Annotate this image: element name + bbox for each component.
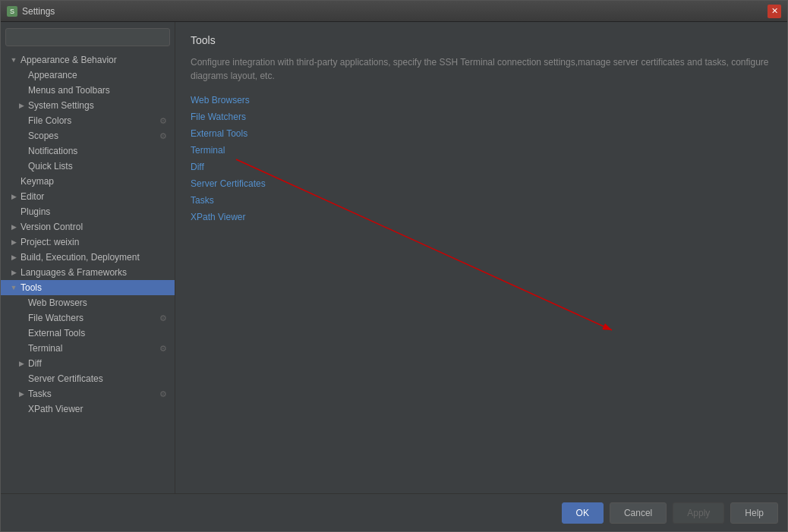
sidebar-label-web-browsers: Web Browsers	[28, 297, 87, 308]
sidebar-item-menus-toolbars[interactable]: Menus and Toolbars	[1, 83, 175, 98]
sidebar-item-editor[interactable]: ▶Editor	[1, 189, 175, 204]
sidebar-label-version-control: Version Control	[20, 222, 83, 232]
sidebar-label-languages-frameworks: Languages & Frameworks	[20, 267, 127, 278]
settings-icon-tasks: ⚙	[158, 389, 169, 399]
cancel-button[interactable]: Cancel	[610, 502, 667, 524]
sidebar-item-version-control[interactable]: ▶Version Control	[1, 219, 175, 235]
close-button[interactable]: ✕	[768, 5, 781, 18]
expand-arrow-languages-frameworks: ▶	[10, 269, 17, 276]
settings-window: S Settings ✕ ▼Appearance & BehaviorAppea…	[0, 0, 788, 532]
sidebar-item-terminal[interactable]: Terminal⚙	[1, 341, 175, 356]
expand-arrow-tasks: ▶	[17, 390, 25, 398]
sidebar-label-quick-lists: Quick Lists	[28, 161, 73, 172]
app-icon: S	[7, 6, 17, 17]
expand-arrow-editor: ▶	[10, 193, 17, 200]
apply-button[interactable]: Apply	[673, 502, 724, 524]
sidebar-item-file-watchers[interactable]: File Watchers⚙	[1, 310, 175, 326]
bottom-bar: OK Cancel Apply Help	[1, 493, 787, 531]
sidebar-item-quick-lists[interactable]: Quick Lists	[1, 159, 175, 174]
sidebar-item-build-execution[interactable]: ▶Build, Execution, Deployment	[1, 250, 175, 265]
sidebar-label-plugins: Plugins	[20, 206, 50, 217]
sidebar: ▼Appearance & BehaviorAppearanceMenus an…	[1, 22, 175, 493]
sidebar-item-external-tools[interactable]: External Tools	[1, 326, 175, 341]
expand-arrow-tools: ▼	[10, 284, 17, 291]
sidebar-item-system-settings[interactable]: ▶System Settings	[1, 98, 175, 113]
panel-description: Configure integration with third-party a…	[191, 55, 772, 83]
tasks-link[interactable]: Tasks	[191, 195, 772, 206]
sidebar-label-menus-toolbars: Menus and Toolbars	[28, 85, 110, 96]
search-input[interactable]	[5, 28, 170, 46]
sidebar-items-container: ▼Appearance & BehaviorAppearanceMenus an…	[1, 52, 175, 417]
terminal-link[interactable]: Terminal	[191, 145, 772, 156]
main-links-container: Web BrowsersFile WatchersExternal ToolsT…	[191, 95, 772, 222]
expand-arrow-build-execution: ▶	[10, 253, 17, 261]
xpath-viewer-link[interactable]: XPath Viewer	[191, 212, 772, 222]
sidebar-item-tools[interactable]: ▼Tools	[1, 280, 175, 295]
sidebar-label-terminal: Terminal	[28, 343, 62, 354]
sidebar-item-appearance[interactable]: Appearance	[1, 68, 175, 83]
panel-title: Tools	[191, 34, 772, 46]
sidebar-item-appearance-behavior[interactable]: ▼Appearance & Behavior	[1, 52, 175, 68]
web-browsers-link[interactable]: Web Browsers	[191, 95, 772, 105]
sidebar-item-xpath-viewer[interactable]: XPath Viewer	[1, 401, 175, 417]
sidebar-label-file-colors: File Colors	[28, 115, 71, 126]
sidebar-label-project-weixin: Project: weixin	[20, 237, 79, 247]
settings-icon-file-colors: ⚙	[158, 115, 169, 126]
sidebar-label-keymap: Keymap	[20, 176, 54, 187]
sidebar-label-editor: Editor	[20, 191, 44, 202]
sidebar-label-scopes: Scopes	[28, 131, 58, 141]
sidebar-label-xpath-viewer: XPath Viewer	[28, 404, 84, 414]
sidebar-label-file-watchers: File Watchers	[28, 313, 84, 323]
sidebar-label-appearance-behavior: Appearance & Behavior	[20, 55, 117, 65]
sidebar-label-build-execution: Build, Execution, Deployment	[20, 252, 140, 263]
sidebar-item-server-certs[interactable]: Server Certificates	[1, 371, 175, 386]
sidebar-label-tasks: Tasks	[28, 389, 52, 399]
sidebar-item-diff[interactable]: ▶Diff	[1, 356, 175, 371]
sidebar-label-diff: Diff	[28, 358, 42, 369]
sidebar-item-web-browsers[interactable]: Web Browsers	[1, 295, 175, 310]
sidebar-item-plugins[interactable]: Plugins	[1, 204, 175, 219]
settings-icon-terminal: ⚙	[158, 343, 169, 354]
sidebar-label-external-tools: External Tools	[28, 328, 85, 338]
sidebar-item-notifications[interactable]: Notifications	[1, 143, 175, 159]
expand-arrow-version-control: ▶	[10, 223, 17, 231]
expand-arrow-diff: ▶	[17, 360, 25, 367]
title-bar: S Settings ✕	[1, 1, 787, 22]
server-certs-link[interactable]: Server Certificates	[191, 178, 772, 189]
sidebar-label-system-settings: System Settings	[28, 100, 94, 111]
settings-icon-scopes: ⚙	[158, 131, 169, 141]
diff-link[interactable]: Diff	[191, 162, 772, 172]
file-watchers-link[interactable]: File Watchers	[191, 112, 772, 122]
ok-button[interactable]: OK	[562, 502, 604, 524]
sidebar-item-project-weixin[interactable]: ▶Project: weixin	[1, 235, 175, 250]
sidebar-item-scopes[interactable]: Scopes⚙	[1, 128, 175, 143]
expand-arrow-appearance-behavior: ▼	[10, 56, 17, 64]
sidebar-item-keymap[interactable]: Keymap	[1, 174, 175, 189]
expand-arrow-system-settings: ▶	[17, 102, 25, 109]
sidebar-item-file-colors[interactable]: File Colors⚙	[1, 113, 175, 128]
main-panel: Tools Configure integration with third-p…	[175, 22, 787, 493]
sidebar-item-languages-frameworks[interactable]: ▶Languages & Frameworks	[1, 265, 175, 280]
help-button[interactable]: Help	[730, 502, 778, 524]
sidebar-label-server-certs: Server Certificates	[28, 373, 103, 384]
content-area: ▼Appearance & BehaviorAppearanceMenus an…	[1, 22, 787, 493]
sidebar-label-appearance: Appearance	[28, 70, 77, 80]
window-title: Settings	[22, 6, 768, 17]
settings-icon-file-watchers: ⚙	[158, 313, 169, 323]
external-tools-link[interactable]: External Tools	[191, 128, 772, 139]
sidebar-label-tools: Tools	[20, 282, 42, 293]
main-content-wrapper: Tools Configure integration with third-p…	[191, 34, 772, 222]
sidebar-item-tasks[interactable]: ▶Tasks⚙	[1, 386, 175, 401]
sidebar-label-notifications: Notifications	[28, 146, 77, 156]
expand-arrow-project-weixin: ▶	[10, 238, 17, 246]
